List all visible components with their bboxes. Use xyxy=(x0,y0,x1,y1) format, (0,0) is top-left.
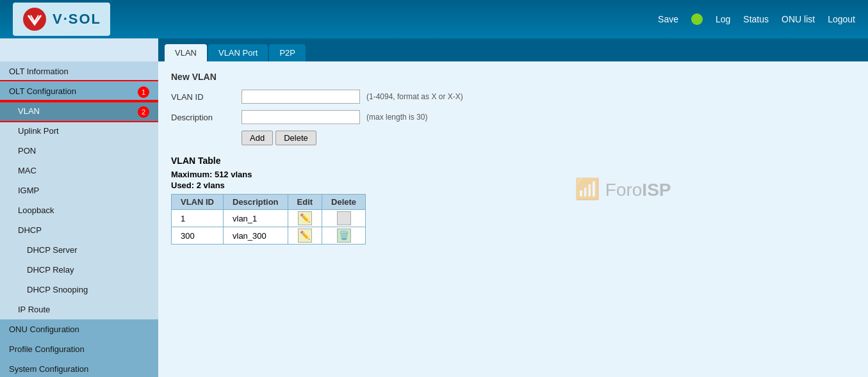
sidebar-item-igmp[interactable]: IGMP xyxy=(0,180,158,200)
vlan-id-input[interactable] xyxy=(242,90,360,104)
sidebar-item-olt-config[interactable]: OLT Configuration 1 xyxy=(0,81,158,101)
row1-vlan-id: 1 xyxy=(172,210,224,227)
row2-vlan-id: 300 xyxy=(172,227,224,245)
sidebar-item-olt-info[interactable]: OLT Information xyxy=(0,61,158,81)
add-button[interactable]: Add xyxy=(242,131,273,145)
row1-delete-icon xyxy=(337,211,351,225)
vlan-id-hint: (1-4094, format as X or X-X) xyxy=(366,92,463,101)
layout: OLT Information OLT Configuration 1 VLAN… xyxy=(0,61,868,377)
header: V·SOL Save Log Status ONU list Logout xyxy=(0,0,868,38)
logo-text: V·SOL xyxy=(53,11,101,28)
col-delete: Delete xyxy=(322,195,366,210)
tab-vlan-port[interactable]: VLAN Port xyxy=(208,44,268,61)
sidebar: OLT Information OLT Configuration 1 VLAN… xyxy=(0,61,158,377)
action-buttons: Add Delete xyxy=(242,131,855,145)
used-vlans: Used: 2 vlans xyxy=(171,180,855,190)
sidebar-item-dhcp-snooping[interactable]: DHCP Snooping xyxy=(0,280,158,300)
save-button[interactable]: Save xyxy=(658,14,678,24)
sidebar-item-ip-route[interactable]: IP Route xyxy=(0,300,158,319)
row1-description: vlan_1 xyxy=(224,210,288,227)
row2-description: vlan_300 xyxy=(224,227,288,245)
table-row: 1 vlan_1 ✏️ xyxy=(172,210,366,227)
row2-edit-icon[interactable]: ✏️ xyxy=(298,229,312,243)
sidebar-item-uplink-port[interactable]: Uplink Port xyxy=(0,121,158,141)
onu-list-link[interactable]: ONU list xyxy=(782,14,815,24)
header-right: Save Log Status ONU list Logout xyxy=(658,13,855,25)
vlan-table: VLAN ID Description Edit Delete 1 vlan_1… xyxy=(171,194,366,245)
description-row: Description (max length is 30) xyxy=(171,110,855,124)
col-vlan-id: VLAN ID xyxy=(172,195,224,210)
row1-edit-cell: ✏️ xyxy=(288,210,322,227)
vsol-logo-icon xyxy=(22,6,47,32)
row1-edit-icon[interactable]: ✏️ xyxy=(298,211,312,225)
sidebar-item-vlan[interactable]: VLAN 2 xyxy=(0,101,158,121)
tab-bar: VLAN VLAN Port P2P xyxy=(158,38,868,61)
sidebar-item-dhcp-relay[interactable]: DHCP Relay xyxy=(0,260,158,280)
max-vlans: Maximum: 512 vlans xyxy=(171,170,855,179)
col-edit: Edit xyxy=(288,195,322,210)
log-link[interactable]: Log xyxy=(716,14,730,24)
row2-delete-cell: 🗑️ xyxy=(322,227,366,245)
row1-delete-cell xyxy=(322,210,366,227)
row2-delete-icon[interactable]: 🗑️ xyxy=(337,229,351,243)
vlan-stats: Maximum: 512 vlans Used: 2 vlans xyxy=(171,170,855,190)
sidebar-item-system-config[interactable]: System Configuration xyxy=(0,359,158,377)
status-link[interactable]: Status xyxy=(743,14,769,24)
delete-button[interactable]: Delete xyxy=(275,131,316,145)
tab-vlan[interactable]: VLAN xyxy=(165,44,207,61)
table-row: 300 vlan_300 ✏️ 🗑️ xyxy=(172,227,366,245)
description-hint: (max length is 30) xyxy=(366,113,427,122)
svg-point-0 xyxy=(23,8,46,31)
tab-p2p[interactable]: P2P xyxy=(269,44,306,61)
row2-edit-cell: ✏️ xyxy=(288,227,322,245)
sidebar-item-profile-config[interactable]: Profile Configuration xyxy=(0,339,158,359)
main-content: New VLAN VLAN ID (1-4094, format as X or… xyxy=(158,61,868,377)
col-description: Description xyxy=(224,195,288,210)
sidebar-item-pon[interactable]: PON xyxy=(0,141,158,161)
logout-link[interactable]: Logout xyxy=(828,14,855,24)
vlan-table-section: VLAN Table Maximum: 512 vlans Used: 2 vl… xyxy=(171,156,855,245)
vlan-badge: 2 xyxy=(138,106,149,118)
vlan-table-title: VLAN Table xyxy=(171,156,855,166)
vlan-id-row: VLAN ID (1-4094, format as X or X-X) xyxy=(171,90,855,104)
vlan-id-label: VLAN ID xyxy=(171,92,235,102)
olt-config-badge: 1 xyxy=(138,86,149,98)
sidebar-item-dhcp[interactable]: DHCP xyxy=(0,220,158,240)
sidebar-item-mac[interactable]: MAC xyxy=(0,161,158,180)
status-dot xyxy=(691,13,703,25)
description-label: Description xyxy=(171,113,235,122)
sidebar-item-onu-config[interactable]: ONU Configuration xyxy=(0,319,158,339)
sidebar-item-dhcp-server[interactable]: DHCP Server xyxy=(0,240,158,260)
new-vlan-title: New VLAN xyxy=(171,72,855,82)
sidebar-item-loopback[interactable]: Loopback xyxy=(0,200,158,220)
description-input[interactable] xyxy=(242,110,360,124)
logo: V·SOL xyxy=(13,3,110,36)
